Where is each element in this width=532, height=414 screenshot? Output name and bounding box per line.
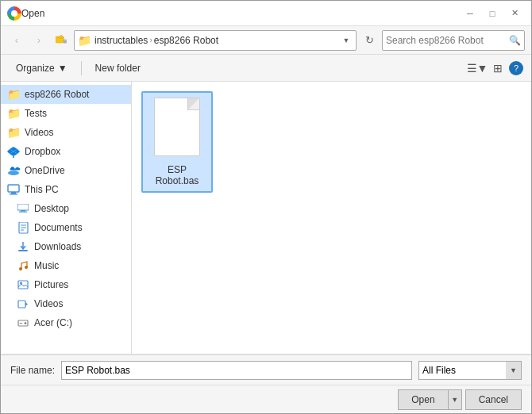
sidebar-label: esp8266 Robot	[25, 89, 89, 100]
folder-icon: 📁	[7, 88, 20, 101]
filename-bar: File name: All Files ▼	[1, 355, 531, 385]
sidebar-item-desktop[interactable]: Desktop	[1, 199, 131, 218]
sidebar-label: Acer (C:)	[34, 317, 72, 328]
sidebar-label: Music	[34, 260, 59, 271]
address-bar[interactable]: 📁 instructables › esp8266 Robot ▼	[74, 30, 357, 51]
cancel-button[interactable]: Cancel	[465, 389, 522, 410]
organize-arrow-icon: ▼	[58, 63, 67, 74]
views-area: ☰▼ ⊞ ?	[468, 59, 523, 78]
address-dropdown-arrow[interactable]: ▼	[340, 30, 353, 51]
help-button[interactable]: ?	[509, 61, 523, 75]
sidebar-label: Tests	[25, 108, 47, 119]
title-bar: Open ─ □ ✕	[1, 1, 531, 26]
sidebar-item-onedrive[interactable]: OneDrive	[1, 161, 131, 180]
svg-rect-12	[10, 194, 17, 195]
sidebar: 📁 esp8266 Robot 📁 Tests 📁 Videos Dropbox	[1, 82, 132, 354]
svg-rect-11	[11, 192, 16, 194]
close-button[interactable]: ✕	[504, 6, 525, 21]
file-page-shape	[154, 98, 200, 156]
svg-rect-25	[18, 301, 25, 308]
open-button-group: Open ▼	[398, 389, 461, 410]
folder-icon: 📁	[7, 126, 20, 139]
sidebar-item-esp8266-robot[interactable]: 📁 esp8266 Robot	[1, 85, 131, 104]
breadcrumb-separator: ›	[149, 36, 152, 44]
bottom-section: File name: All Files ▼ Open ▼ Cancel	[1, 354, 531, 413]
refresh-button[interactable]: ↻	[360, 31, 379, 50]
svg-rect-13	[17, 204, 29, 210]
sidebar-item-acer[interactable]: Acer (C:)	[1, 313, 131, 332]
window-controls: ─ □ ✕	[460, 6, 525, 21]
sidebar-item-videos-recent[interactable]: 📁 Videos	[1, 123, 131, 142]
sidebar-item-videos[interactable]: Videos	[1, 294, 131, 313]
desktop-icon	[17, 202, 29, 215]
open-button[interactable]: Open	[398, 389, 447, 410]
filename-input[interactable]	[61, 361, 412, 380]
svg-rect-23	[18, 281, 28, 289]
svg-point-28	[25, 322, 27, 324]
breadcrumb-esp8266[interactable]: esp8266 Robot	[154, 35, 218, 46]
sidebar-label: Documents	[34, 222, 83, 233]
action-bar: Organize ▼ New folder ☰▼ ⊞ ?	[1, 55, 531, 82]
svg-rect-10	[8, 185, 19, 192]
filetype-select[interactable]: All Files	[418, 361, 522, 380]
pictures-icon	[17, 278, 29, 291]
sidebar-label: Pictures	[34, 279, 68, 290]
svg-rect-15	[19, 212, 27, 213]
view-grid-button[interactable]: ⊞	[488, 59, 507, 78]
breadcrumb-instructables[interactable]: instructables	[94, 35, 148, 46]
sidebar-item-thispc[interactable]: This PC	[1, 180, 131, 199]
file-item-esp-robot[interactable]: ESP Robot.bas	[141, 91, 213, 193]
svg-point-9	[8, 171, 19, 175]
main-content: 📁 esp8266 Robot 📁 Tests 📁 Videos Dropbox	[1, 82, 531, 354]
svg-text:↑: ↑	[64, 40, 67, 44]
sidebar-label: Dropbox	[25, 146, 60, 157]
chrome-icon	[7, 6, 21, 21]
dropbox-icon	[7, 145, 20, 158]
sidebar-item-dropbox[interactable]: Dropbox	[1, 142, 131, 161]
navigation-toolbar: ‹ › ↑ 📁 instructables › esp8266 Robot ▼ …	[1, 26, 531, 55]
sidebar-label: Downloads	[34, 241, 81, 252]
view-toggle-button[interactable]: ☰▼	[468, 59, 487, 78]
breadcrumb: instructables › esp8266 Robot	[94, 35, 337, 46]
open-dropdown-button[interactable]: ▼	[448, 389, 462, 410]
onedrive-icon	[7, 164, 20, 177]
sidebar-item-tests[interactable]: 📁 Tests	[1, 104, 131, 123]
sidebar-item-music[interactable]: Music	[1, 256, 131, 275]
file-icon	[152, 98, 202, 161]
maximize-button[interactable]: □	[482, 6, 503, 21]
sidebar-item-documents[interactable]: Documents	[1, 218, 131, 237]
forward-button[interactable]: ›	[29, 31, 48, 50]
sidebar-item-pictures[interactable]: Pictures	[1, 275, 131, 294]
dialog-title: Open	[21, 8, 460, 19]
svg-point-21	[19, 267, 22, 270]
address-folder-icon: 📁	[78, 34, 91, 47]
documents-icon	[17, 221, 29, 234]
svg-rect-20	[18, 250, 28, 251]
sidebar-label: Videos	[34, 298, 63, 309]
videos-icon	[17, 297, 29, 310]
thispc-icon	[7, 183, 20, 196]
sidebar-label: Videos	[25, 127, 53, 138]
downloads-icon	[17, 240, 29, 253]
search-box[interactable]: 🔍	[382, 30, 525, 51]
svg-point-22	[25, 266, 28, 269]
new-folder-button[interactable]: New folder	[88, 59, 148, 78]
open-dialog: Open ─ □ ✕ ‹ › ↑ 📁 instructables › esp82…	[0, 0, 532, 414]
sidebar-label: Desktop	[34, 203, 69, 214]
svg-marker-26	[25, 302, 28, 306]
file-area: ESP Robot.bas	[132, 82, 531, 354]
back-button[interactable]: ‹	[7, 31, 26, 50]
sidebar-item-downloads[interactable]: Downloads	[1, 237, 131, 256]
search-input[interactable]	[386, 35, 506, 46]
music-icon	[17, 259, 29, 272]
filename-label: File name:	[10, 365, 55, 376]
up-button[interactable]: ↑	[52, 31, 71, 50]
file-name: ESP Robot.bas	[146, 164, 208, 186]
minimize-button[interactable]: ─	[460, 6, 480, 21]
search-icon: 🔍	[509, 35, 521, 46]
folder-icon: 📁	[7, 107, 20, 120]
organize-button[interactable]: Organize ▼	[9, 59, 75, 78]
svg-point-8	[13, 156, 14, 158]
svg-rect-14	[21, 210, 25, 212]
sidebar-label: This PC	[25, 184, 59, 195]
